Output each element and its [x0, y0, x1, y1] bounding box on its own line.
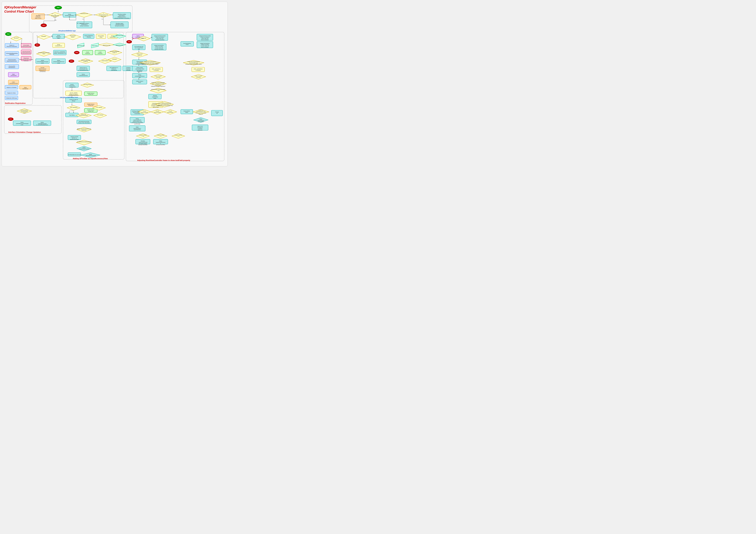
isipad-text1: Is iPad and model presentation [151, 82, 165, 83]
arr3 [50, 36, 53, 37]
restoring-co-text2: contentInset to [81, 24, 88, 25]
adjust-co-text2: textFieldView's [198, 120, 204, 121]
enable-kbs-text2: Keyboards [85, 53, 90, 54]
checking-kb-text2: Keyboard [126, 68, 130, 69]
super-scroll-a-text2: == a [177, 136, 179, 137]
arr20 [69, 110, 70, 113]
adjusting-tfv-text1: Adjusting [153, 95, 157, 96]
setting-text1: Setting [68, 14, 71, 15]
register-uifield-text1: UITextFieldDidBeginEditing [6, 53, 17, 54]
flowchart-svg: UIKeyboardWillHide logic Start Removing … [3, 3, 226, 164]
setting-ss-text4: contentInset+contentOffset [131, 122, 143, 123]
removing-notif-text2: Notification [36, 16, 40, 17]
setting-ss-text2: superScrollViewTo [133, 120, 141, 120]
uitfpfc-text3: =YES? [23, 112, 26, 113]
urv3-text2: CGRect according [201, 44, 209, 45]
update-rootvc2-text1: Update RootViewController [199, 35, 211, 36]
unreg-textview-text1: UITextViewTextDid [22, 51, 30, 52]
add-topbaritems-text3: _textFieldView [111, 70, 117, 71]
should-hide-ph-text1: _shouldHideTextFieldPlaceholder? [76, 141, 92, 142]
checking-kb-text3: isHandled [126, 70, 130, 71]
reg-btn3-text: UIApplication WillChange [6, 97, 17, 98]
getting-adding-text1: Getting adding [136, 67, 143, 68]
sort-all-text3: toolbarManageSelector [68, 95, 79, 96]
enable-prev-disable-next-node [84, 109, 97, 113]
update-rootvc-text2: CGRect according to [155, 37, 164, 38]
super-scroll-nil-text1: if superScrollView [139, 135, 147, 136]
yes-label7: YES [71, 110, 73, 111]
none-ss-text2: superScrollView [141, 112, 148, 113]
saving-tfvf-text1: Saving [82, 74, 85, 75]
adjust-sso-text1: Adjust [136, 126, 139, 127]
saving-uitableview-text1: Saving UITableView [84, 35, 93, 36]
unreg-textview-text2: EndEditingNotification [21, 53, 31, 54]
set-tfv-frame-node [181, 41, 194, 46]
urv3-text1: Update RootViewRect [200, 43, 210, 44]
end-node4-label: End [70, 61, 72, 62]
getting-frame-text2: respect to [138, 55, 142, 56]
isenabled2-text1: isEnabled? [41, 36, 46, 37]
end-node6-label: End [128, 41, 130, 42]
adjust-settings2-text1: Adjust [24, 87, 27, 88]
adjust-move-text2: according to [198, 127, 203, 128]
saving-completed-text1: Saving [57, 44, 60, 45]
resetting-vars-text1: Resetting variables [118, 14, 126, 15]
disable-prev-node [84, 103, 97, 107]
arr16 [21, 39, 22, 44]
setting-tfpc-no-text3: to NO [41, 63, 44, 64]
isenabled2-diamond [37, 35, 50, 40]
should-toolbar-flexi-text1: @@@_shouldToolbarFlexiFirst? [77, 128, 91, 129]
more-siblings-text: More Siblings? [70, 107, 77, 108]
yes-label4: YES [51, 35, 53, 36]
end-node1-label: End [43, 25, 45, 26]
saving-uitableview-node [83, 34, 94, 39]
isipad-text3: FormSheet or [155, 85, 161, 86]
setting-tfpfc-no-text3: to NO [21, 124, 23, 125]
yes-label3: YES [101, 19, 103, 20]
getting-adding-text3: and saving to [137, 70, 143, 71]
isalfa2-text1: isAlfa _textFieldView [194, 68, 203, 69]
no-fc-text1: If yes - addTextViewAndThere [158, 103, 171, 104]
resetting-ss-text4: startingContentOffset [138, 145, 148, 146]
end-node2-label: End [36, 44, 38, 45]
saving-labeled-text2: Values [185, 112, 188, 113]
found-ss-text2: superScrollView [154, 112, 161, 113]
disturbed-dist2-text2: IQKeyboardManager [189, 63, 198, 64]
should-hide-placeholder-diamond [76, 140, 92, 145]
no-label1: NO [55, 20, 57, 21]
yes-label6: YES [74, 87, 76, 88]
none-ss-text1: if none [143, 111, 146, 112]
uieditorview3-text: @@UIEditorView [103, 45, 111, 46]
update-rootvc2-text3: resize value and [202, 38, 208, 39]
no-fc-text3: _isTextFieldPrevFrameChanged = NO [156, 105, 173, 106]
iqkm-enable-b-text2: enable B? [84, 61, 88, 62]
setting-kf-text3: to NO [57, 63, 60, 64]
looping-through-node [66, 98, 82, 102]
resetting-vars-text2: _topScrollView + [118, 15, 125, 16]
enable-prev-next1-node [84, 92, 97, 95]
should-adopt-text1: Should Adopt [70, 35, 76, 36]
uikeyboardwillshow-section [33, 32, 123, 98]
setting-tfpfc-no-text1: Setting [20, 122, 23, 123]
enable-prev-next1-text1: Enable Previous [87, 93, 94, 94]
unreg-textfield-text2: EndEditingNotification [21, 46, 31, 47]
adjust-poster-text: Adjust Poster [92, 45, 97, 46]
arrow-uiedge-restoring [103, 17, 111, 25]
iqkm-enable-b-text1: IQKeyboardManager [81, 60, 90, 61]
uitfpfc-text1: isUITextFieldPrev [21, 110, 28, 111]
update-rootvc-text4: startingContentOffset [155, 39, 164, 40]
setting-tfpf-text2: _textFieldPrevFrame [38, 123, 47, 124]
disturbed-dist2-text1: is there disturbedDistance by [187, 61, 200, 62]
restoring-transform-text2: _startingContentSize [115, 24, 124, 25]
enable-kbs2-text2: Keyboards [98, 53, 102, 54]
last-sibling-text: if Last Sibling? [96, 107, 102, 108]
urvc-text1: Update RootViewRect [154, 45, 164, 46]
uitfpfc-yes-text2: = YES [157, 90, 159, 91]
interface-orient-label: Interface Orientation Change Updation [8, 131, 41, 133]
more-practice-text2: (moveUp) [156, 77, 160, 78]
looping-through-text1: Looping Through all [69, 99, 78, 100]
adapting-tf-text2: dotColor for [72, 138, 77, 139]
checking-kb-text1: Checking [126, 67, 130, 68]
resetting-ss-text3: and setting starting [139, 143, 147, 144]
setting-ss-text3: superScrollView and [133, 121, 142, 122]
